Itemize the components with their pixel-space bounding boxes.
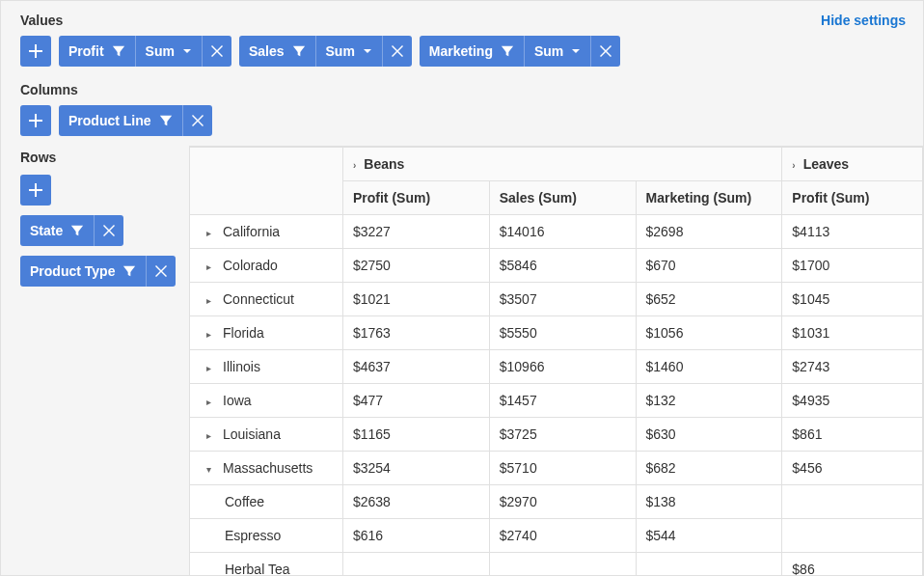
columns-section: Columns Product Line bbox=[1, 70, 923, 140]
data-cell: $138 bbox=[636, 485, 782, 519]
row-chip-label: Product Type bbox=[30, 263, 115, 279]
close-icon bbox=[103, 225, 115, 236]
table-row: ▸California$3227$14016$2698$4113 bbox=[190, 215, 923, 249]
value-chip-agg-part[interactable]: Sum bbox=[316, 36, 383, 67]
data-cell: $1460 bbox=[636, 350, 782, 384]
row-toggle[interactable]: ▸ bbox=[200, 430, 217, 441]
value-chip-agg-part[interactable]: Sum bbox=[136, 36, 203, 67]
data-cell: $5710 bbox=[489, 452, 636, 485]
col-group-label: Leaves bbox=[803, 156, 849, 172]
value-chip-name-part[interactable]: Sales bbox=[239, 36, 316, 67]
row-label-cell: ▸Florida bbox=[190, 316, 343, 350]
row-chip: Product Type bbox=[20, 256, 176, 287]
chevron-down-icon bbox=[363, 46, 372, 56]
row-toggle[interactable]: ▸ bbox=[200, 295, 217, 306]
rows-panel: Rows StateProduct Type bbox=[20, 144, 189, 576]
data-cell: $132 bbox=[636, 384, 782, 418]
row-label-cell: Coffee bbox=[190, 485, 343, 519]
table-row: Herbal Tea$86 bbox=[190, 553, 923, 577]
values-chip-row: ProfitSumSalesSumMarketingSum bbox=[20, 36, 904, 67]
row-toggle[interactable]: ▸ bbox=[200, 363, 217, 373]
data-cell: $1700 bbox=[782, 249, 923, 283]
table-row: ▸Iowa$477$1457$132$4935 bbox=[190, 384, 923, 418]
table-row: ▸Florida$1763$5550$1056$1031 bbox=[190, 316, 923, 350]
data-cell: $652 bbox=[636, 283, 782, 316]
row-toggle[interactable]: ▸ bbox=[200, 228, 217, 238]
row-label-cell: ▸Connecticut bbox=[190, 283, 343, 316]
column-chip-label: Product Line bbox=[68, 113, 151, 128]
value-chip-agg: Sum bbox=[146, 43, 175, 59]
data-cell bbox=[782, 485, 923, 519]
data-cell: $3254 bbox=[342, 452, 489, 485]
row-chip-remove[interactable] bbox=[95, 215, 123, 246]
col-group-label: Beans bbox=[364, 156, 404, 172]
table-row: Coffee$2638$2970$138 bbox=[190, 485, 923, 519]
data-cell: $630 bbox=[636, 418, 782, 452]
row-label-cell: ▸Iowa bbox=[190, 384, 343, 418]
chevron-down-icon bbox=[571, 46, 581, 56]
data-cell: $616 bbox=[342, 519, 489, 553]
data-cell: $1031 bbox=[782, 316, 923, 350]
row-chip-label-part[interactable]: State bbox=[20, 215, 95, 246]
data-cell: $1763 bbox=[342, 316, 489, 350]
row-toggle[interactable]: ▸ bbox=[200, 329, 217, 340]
data-cell bbox=[782, 519, 923, 553]
data-cell: $1457 bbox=[489, 384, 636, 418]
value-chip-agg-part[interactable]: Sum bbox=[525, 36, 591, 67]
value-chip-remove[interactable] bbox=[591, 36, 620, 67]
data-cell: $2740 bbox=[489, 519, 636, 553]
table-row: ▸Louisiana$1165$3725$630$861 bbox=[190, 418, 923, 452]
data-cell bbox=[342, 553, 489, 577]
row-label: Coffee bbox=[225, 494, 264, 509]
value-chip-remove[interactable] bbox=[383, 36, 412, 67]
hide-settings-link[interactable]: Hide settings bbox=[821, 13, 906, 28]
value-chip-name-part[interactable]: Profit bbox=[59, 36, 136, 67]
row-chip-remove[interactable] bbox=[147, 256, 176, 287]
data-cell: $1045 bbox=[782, 283, 923, 316]
close-icon bbox=[211, 45, 223, 57]
row-toggle[interactable]: ▾ bbox=[200, 464, 217, 475]
data-cell: $3507 bbox=[489, 283, 636, 316]
row-chip-label: State bbox=[30, 223, 63, 238]
row-chip-label-part[interactable]: Product Type bbox=[20, 256, 147, 287]
row-toggle[interactable]: ▸ bbox=[200, 261, 217, 272]
value-chip-agg: Sum bbox=[326, 43, 355, 59]
row-chip: State bbox=[20, 215, 123, 246]
data-cell: $682 bbox=[636, 452, 782, 485]
row-toggle[interactable]: ▸ bbox=[200, 397, 217, 407]
data-cell: $2970 bbox=[489, 485, 636, 519]
col-group-header[interactable]: ›Leaves bbox=[782, 148, 923, 181]
value-chip: MarketingSum bbox=[420, 36, 620, 67]
data-cell: $3725 bbox=[489, 418, 636, 452]
plus-icon bbox=[29, 44, 42, 58]
column-chip-label-part[interactable]: Product Line bbox=[59, 105, 183, 136]
add-row-button[interactable] bbox=[20, 175, 51, 206]
close-icon bbox=[192, 115, 204, 126]
value-chip-remove[interactable] bbox=[203, 36, 231, 67]
close-icon bbox=[392, 45, 403, 57]
filter-icon bbox=[70, 224, 84, 237]
data-cell: $1056 bbox=[636, 316, 782, 350]
row-label: Colorado bbox=[223, 258, 278, 273]
row-label: Connecticut bbox=[223, 291, 294, 307]
add-value-button[interactable] bbox=[20, 36, 51, 67]
close-icon bbox=[600, 45, 611, 57]
column-chip-remove[interactable] bbox=[183, 105, 212, 136]
data-cell bbox=[489, 553, 636, 577]
col-group-header[interactable]: ›Beans bbox=[342, 148, 781, 181]
col-sub-header: Marketing (Sum) bbox=[636, 181, 782, 215]
value-chip-name: Sales bbox=[249, 43, 285, 59]
close-icon bbox=[155, 265, 167, 277]
add-column-button[interactable] bbox=[20, 105, 51, 136]
data-cell: $670 bbox=[636, 249, 782, 283]
data-cell: $5846 bbox=[489, 249, 636, 283]
row-label-cell: ▸Illinois bbox=[190, 350, 343, 384]
data-cell: $4935 bbox=[782, 384, 923, 418]
value-chip-name-part[interactable]: Marketing bbox=[420, 36, 525, 67]
filter-icon bbox=[501, 44, 514, 58]
row-label: Illinois bbox=[223, 359, 260, 374]
data-cell: $2638 bbox=[342, 485, 489, 519]
rows-label: Rows bbox=[20, 150, 179, 165]
data-cell: $1021 bbox=[342, 283, 489, 316]
value-chip-name: Profit bbox=[68, 43, 104, 59]
